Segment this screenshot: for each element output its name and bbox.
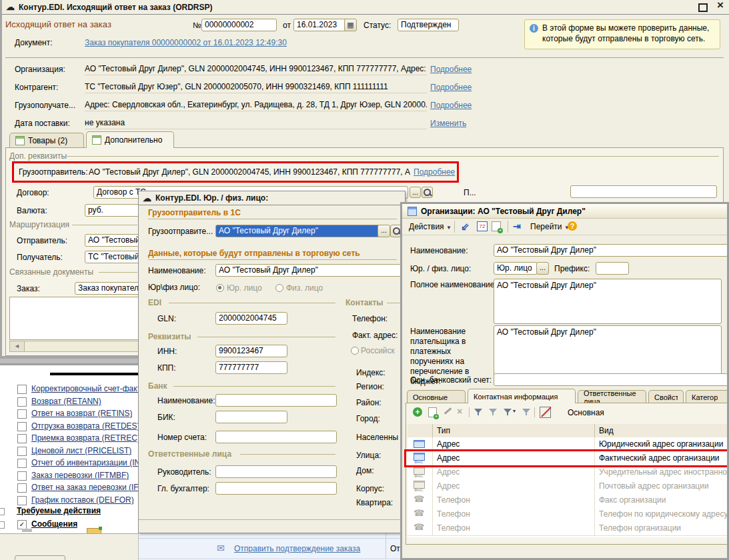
actions-menu-button[interactable]: Действия ▼ [409, 222, 452, 231]
table-row[interactable]: ☎ Телефон Телефон по юридическому адресу… [408, 507, 729, 522]
dialog-account-field[interactable] [215, 431, 337, 443]
doc-type-checkbox-4[interactable] [17, 434, 27, 443]
dialog-radio-jur[interactable] [216, 284, 224, 292]
dialog-russian-radio[interactable] [351, 347, 359, 355]
doc-type-link-8[interactable]: Ответ на заказ перевозки (IFTMB [31, 483, 155, 492]
doc-type-checkbox-7[interactable] [17, 471, 27, 481]
dialog-shipper-dots-button[interactable]: ... [378, 225, 390, 237]
doc-type-checkbox-1[interactable] [17, 397, 27, 407]
tree-expander-icon-2[interactable] [0, 521, 5, 529]
dialog-cloud-icon: ☁ [143, 193, 151, 203]
doc-type-link-7[interactable]: Заказ перевозки (IFTMBF) [31, 471, 129, 480]
tree-expander-icon[interactable] [0, 508, 5, 515]
table-row[interactable]: ☎ Телефон Телефон организации [408, 521, 729, 536]
contract-search-button[interactable] [422, 187, 433, 198]
maximize-button[interactable] [698, 3, 708, 12]
order-label: Заказ: [17, 284, 40, 293]
row-vid: Телефон по юридическому адресу орга [599, 509, 729, 519]
add-copy-icon[interactable]: + [428, 407, 437, 417]
dialog-name-field[interactable]: АО "Тестовый Друг Дилер" [215, 264, 404, 277]
send-confirmation-link-2[interactable]: Отправить подтверждение заказа [234, 544, 360, 553]
dialog-accountant-field[interactable] [215, 482, 337, 495]
status-field[interactable]: Подтвержден [398, 19, 459, 31]
doc-type-link-1[interactable]: Возврат (RETANN) [31, 397, 101, 406]
scroll-left-button[interactable]: ◄ [10, 341, 25, 351]
dialog-bik-field[interactable] [215, 411, 287, 423]
org-bank-field[interactable] [494, 373, 728, 386]
contragent-row-action[interactable]: Подробнее [430, 83, 472, 92]
dialog-kpp-field[interactable]: 777777777 [215, 361, 287, 374]
messages-link[interactable]: Сообщения [31, 519, 77, 529]
consignee-row-action[interactable]: Подробнее [430, 101, 472, 110]
org-payer-field[interactable]: АО "Тестовый Друг Дилер" [494, 325, 722, 376]
delete-icon[interactable]: × [457, 406, 462, 417]
doc-type-link-2[interactable]: Ответ на возврат (RETINS) [31, 409, 132, 418]
table-row[interactable]: ☎ Телефон Факс организации [408, 493, 729, 508]
org-entity-field[interactable]: Юр. лицо [494, 262, 538, 275]
doc-type-checkbox-2[interactable] [17, 409, 27, 419]
actions-dropdown-icon: ▼ [446, 225, 452, 231]
header-separator [5, 57, 724, 58]
org-full-name-field[interactable]: АО "Тестовый Друг Дилер" [494, 279, 722, 324]
tab-tovary[interactable]: Товары (2) [9, 133, 84, 148]
filter-icon[interactable] [489, 409, 497, 413]
doc-type-link-0[interactable]: Корректировочный счет-фактура [31, 384, 153, 393]
dialog-edi-group: EDI [148, 298, 161, 307]
dialog-gln-field[interactable]: 2000002004745 [215, 312, 287, 325]
dialog-radio-fiz[interactable] [275, 284, 283, 292]
table-row[interactable]: ФНС Адрес Почтовый адрес организации [408, 479, 729, 494]
filter-menu-arrow-icon[interactable]: ▾ [513, 408, 516, 414]
partial-button[interactable] [15, 555, 65, 560]
required-actions-link[interactable]: Требуемые действия [17, 506, 101, 515]
contract-dots-button[interactable]: ... [410, 187, 421, 198]
document-link[interactable]: Заказ покупателя 00000000002 от 16.01.20… [85, 38, 287, 47]
org-prefix-field[interactable] [596, 262, 629, 275]
shipper-action[interactable]: Подробнее [414, 167, 455, 177]
view-mode-icon[interactable] [540, 407, 551, 418]
org-row-action[interactable]: Подробнее [430, 65, 472, 74]
dialog-shipper-field[interactable]: АО "Тестовый Друг Дилер" [215, 225, 380, 237]
date-interval-icon[interactable]: 72 [477, 221, 488, 231]
table-row[interactable]: ФНС Адрес Учредительный адрес иностранно… [408, 465, 729, 480]
doc-type-checkbox-5[interactable] [17, 447, 27, 456]
doc-type-checkbox-3[interactable] [17, 422, 27, 431]
goto-menu-button[interactable]: Перейти ▼ [530, 222, 570, 231]
filter-menu-icon[interactable] [504, 409, 512, 413]
dialog-head-field[interactable] [215, 465, 337, 478]
doc-number-field[interactable]: 00000000002 [201, 19, 277, 31]
doc-type-checkbox-9[interactable] [17, 496, 27, 505]
contract-right-field[interactable] [570, 185, 717, 198]
doc-type-link-4[interactable]: Приемка возврата (RETREC) [31, 433, 140, 443]
delivery-date-action[interactable]: Изменить [430, 119, 466, 128]
org-name-field[interactable]: АО "Тестовый Друг Дилер" [494, 244, 728, 257]
org-tab-otvetstvennye[interactable]: Ответственные лица [578, 390, 646, 403]
messages-checkbox[interactable]: ✓ [17, 520, 27, 529]
row-divider [432, 479, 433, 493]
copy-add-icon[interactable]: + [492, 221, 501, 231]
doc-type-link-3[interactable]: Отгрузка возврата (RETDES) [31, 421, 140, 431]
doc-type-checkbox-6[interactable] [17, 459, 27, 468]
dialog-inn-field[interactable]: 9900123467 [215, 345, 287, 357]
action-row-2[interactable]: ✉ Отправить подтверждение заказа Ответ [139, 539, 403, 559]
go-to-icon[interactable]: ⇥ [513, 221, 525, 233]
filter-set-icon[interactable] [474, 409, 482, 413]
dialog-bik-label: БИК: [157, 413, 175, 422]
help-icon[interactable]: ? [568, 221, 577, 231]
add-icon[interactable]: + [413, 407, 422, 417]
org-tab-osnovnye[interactable]: Основные [407, 390, 466, 403]
tab-dopolnitelno[interactable]: Дополнительно [86, 131, 174, 148]
org-tab-svoystva[interactable]: Свойства [648, 390, 684, 403]
org-tab-kontaktnaya[interactable]: Контактная информация [468, 389, 576, 403]
close-button[interactable]: × [717, 0, 724, 12]
calendar-button[interactable]: ▦ [344, 19, 357, 31]
dialog-bank-name-field[interactable] [215, 394, 337, 407]
doc-type-checkbox-0[interactable] [17, 385, 27, 394]
doc-date-field[interactable]: 16.01.2023 [293, 19, 348, 31]
org-tab-kategorii[interactable]: Категор [686, 390, 729, 403]
doc-type-link-5[interactable]: Ценовой лист (PRICELIST) [31, 446, 131, 455]
doc-type-checkbox-8[interactable] [17, 483, 27, 493]
doc-type-link-9[interactable]: График поставок (DELFOR) [31, 495, 134, 505]
org-entity-dots-button[interactable]: ... [536, 262, 549, 275]
save-close-icon[interactable]: ⇙ [461, 221, 473, 233]
filter-clear-icon[interactable] [522, 409, 530, 413]
